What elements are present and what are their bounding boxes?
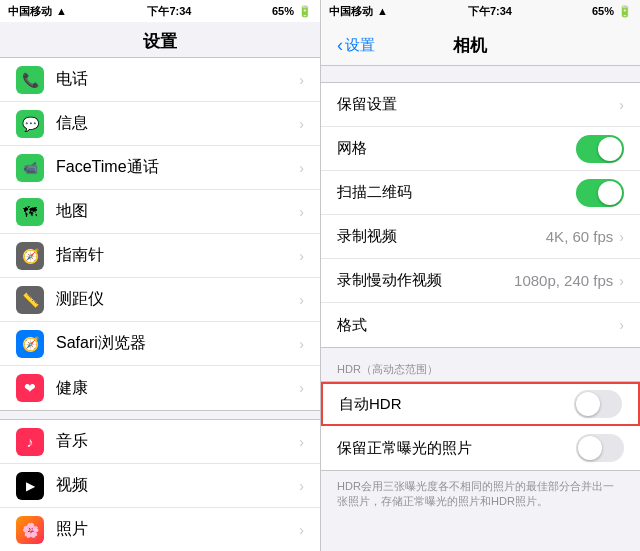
battery-icon-right: 🔋 (618, 5, 632, 18)
facetime-label: FaceTime通话 (56, 157, 299, 178)
left-status-bar: 中国移动 ▲ 下午7:34 65% 🔋 (0, 0, 320, 22)
facetime-icon: 📹 (16, 154, 44, 182)
safari-icon: 🧭 (16, 330, 44, 358)
right-content: 保留设置 › 网格 扫描二维码 录制视频 4K, 60 fps › 录制慢动作视… (321, 66, 640, 551)
maps-icon: 🗺 (16, 198, 44, 226)
hdr-group: 自动HDR 保留正常曝光的照片 (321, 381, 640, 471)
slow-label: 录制慢动作视频 (337, 271, 514, 290)
music-icon: ♪ (16, 428, 44, 456)
photos-chevron: › (299, 522, 304, 538)
phone-label: 电话 (56, 69, 299, 90)
battery-pct-right: 65% (592, 5, 614, 17)
settings-row-maps[interactable]: 🗺 地图 › (0, 190, 320, 234)
slow-value: 1080p, 240 fps (514, 272, 613, 289)
compass-label: 指南针 (56, 245, 299, 266)
hdr-row-keep-normal[interactable]: 保留正常曝光的照片 (321, 426, 640, 470)
carrier-right: 中国移动 (329, 4, 373, 19)
left-navbar: 设置 (0, 22, 320, 57)
slow-chevron: › (619, 273, 624, 289)
photos-label: 照片 (56, 519, 299, 540)
maps-label: 地图 (56, 201, 299, 222)
music-label: 音乐 (56, 431, 299, 452)
safari-chevron: › (299, 336, 304, 352)
left-page-title: 设置 (143, 32, 177, 51)
time-right: 下午7:34 (468, 4, 512, 19)
settings-group-1: 📞 电话 › 💬 信息 › 📹 FaceTime通话 › (0, 57, 320, 411)
settings-row-music[interactable]: ♪ 音乐 › (0, 420, 320, 464)
camera-settings-group: 保留设置 › 网格 扫描二维码 录制视频 4K, 60 fps › 录制慢动作视… (321, 82, 640, 348)
tv-label: 视频 (56, 475, 299, 496)
qr-toggle[interactable] (576, 179, 624, 207)
phone-chevron: › (299, 72, 304, 88)
measure-icon: 📏 (16, 286, 44, 314)
format-label: 格式 (337, 316, 619, 335)
preserve-chevron: › (619, 97, 624, 113)
right-panel: 中国移动 ▲ 下午7:34 65% 🔋 ‹ 设置 相机 保留设置 › 网格 (320, 0, 640, 551)
grid-toggle[interactable] (576, 135, 624, 163)
battery-icon-left: 🔋 (298, 5, 312, 18)
settings-row-phone[interactable]: 📞 电话 › (0, 58, 320, 102)
back-button[interactable]: ‹ 设置 (337, 35, 375, 56)
format-chevron: › (619, 317, 624, 333)
auto-hdr-toggle[interactable] (574, 390, 622, 418)
safari-label: Safari浏览器 (56, 333, 299, 354)
hdr-header-text: HDR（高动态范围） (337, 363, 438, 375)
settings-group-2: ♪ 音乐 › ▶ 视频 › 🌸 照片 › (0, 419, 320, 551)
video-value: 4K, 60 fps (546, 228, 614, 245)
camera-row-qr[interactable]: 扫描二维码 (321, 171, 640, 215)
back-chevron-icon: ‹ (337, 35, 343, 56)
photos-icon: 🌸 (16, 516, 44, 544)
video-label: 录制视频 (337, 227, 546, 246)
keep-normal-toggle[interactable] (576, 434, 624, 462)
measure-chevron: › (299, 292, 304, 308)
maps-chevron: › (299, 204, 304, 220)
settings-row-facetime[interactable]: 📹 FaceTime通话 › (0, 146, 320, 190)
settings-row-tv[interactable]: ▶ 视频 › (0, 464, 320, 508)
health-label: 健康 (56, 378, 299, 399)
phone-icon: 📞 (16, 66, 44, 94)
settings-row-safari[interactable]: 🧭 Safari浏览器 › (0, 322, 320, 366)
carrier-left: 中国移动 (8, 4, 52, 19)
settings-row-health[interactable]: ❤ 健康 › (0, 366, 320, 410)
settings-row-photos[interactable]: 🌸 照片 › (0, 508, 320, 551)
health-icon: ❤ (16, 374, 44, 402)
settings-row-measure[interactable]: 📏 测距仪 › (0, 278, 320, 322)
qr-label: 扫描二维码 (337, 183, 576, 202)
compass-icon: 🧭 (16, 242, 44, 270)
wifi-icon-right: ▲ (377, 5, 388, 17)
settings-row-compass[interactable]: 🧭 指南针 › (0, 234, 320, 278)
tv-chevron: › (299, 478, 304, 494)
health-chevron: › (299, 380, 304, 396)
hdr-desc-text: HDR会用三张曝光度各不相同的照片的最佳部分合并出一张照片，存储正常曝光的照片和… (337, 480, 614, 507)
left-panel: 中国移动 ▲ 下午7:34 65% 🔋 设置 📞 电话 › 💬 (0, 0, 320, 551)
camera-row-slow[interactable]: 录制慢动作视频 1080p, 240 fps › (321, 259, 640, 303)
hdr-row-auto[interactable]: 自动HDR (321, 382, 640, 426)
tv-icon: ▶ (16, 472, 44, 500)
video-chevron: › (619, 229, 624, 245)
messages-chevron: › (299, 116, 304, 132)
back-label: 设置 (345, 36, 375, 55)
facetime-chevron: › (299, 160, 304, 176)
messages-label: 信息 (56, 113, 299, 134)
time-left: 下午7:34 (147, 4, 191, 19)
hdr-section-header: HDR（高动态范围） (321, 356, 640, 381)
wifi-icon-left: ▲ (56, 5, 67, 17)
grid-label: 网格 (337, 139, 576, 158)
right-navbar: ‹ 设置 相机 (321, 22, 640, 66)
preserve-label: 保留设置 (337, 95, 619, 114)
camera-row-preserve[interactable]: 保留设置 › (321, 83, 640, 127)
settings-list[interactable]: 📞 电话 › 💬 信息 › 📹 FaceTime通话 › (0, 57, 320, 551)
camera-row-format[interactable]: 格式 › (321, 303, 640, 347)
settings-row-messages[interactable]: 💬 信息 › (0, 102, 320, 146)
camera-row-grid[interactable]: 网格 (321, 127, 640, 171)
camera-row-video[interactable]: 录制视频 4K, 60 fps › (321, 215, 640, 259)
compass-chevron: › (299, 248, 304, 264)
right-page-title: 相机 (375, 34, 564, 57)
right-status-bar: 中国移动 ▲ 下午7:34 65% 🔋 (321, 0, 640, 22)
keep-normal-label: 保留正常曝光的照片 (337, 439, 576, 458)
hdr-description: HDR会用三张曝光度各不相同的照片的最佳部分合并出一张照片，存储正常曝光的照片和… (321, 471, 640, 518)
messages-icon: 💬 (16, 110, 44, 138)
measure-label: 测距仪 (56, 289, 299, 310)
battery-pct-left: 65% (272, 5, 294, 17)
music-chevron: › (299, 434, 304, 450)
